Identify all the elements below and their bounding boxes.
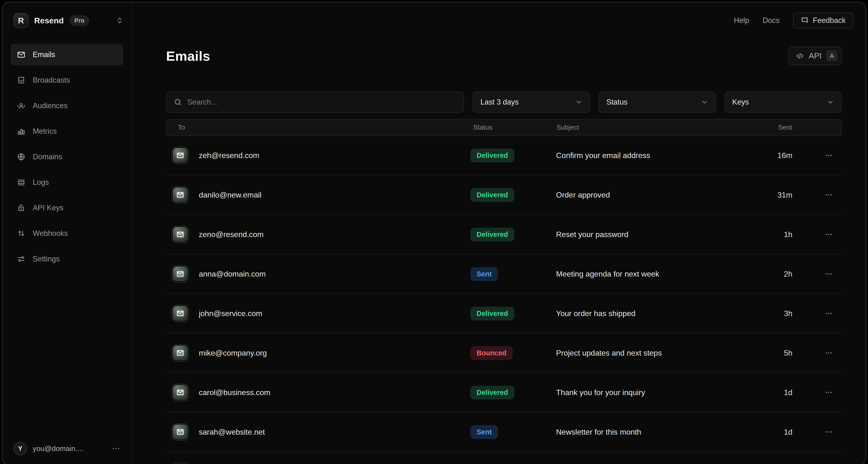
sidebar-item-emails[interactable]: Emails bbox=[10, 44, 123, 65]
email-avatar bbox=[173, 266, 188, 281]
sidebar-nav: Emails Broadcasts Audiences Metrics Doma… bbox=[10, 44, 123, 270]
status-badge: Delivered bbox=[470, 386, 515, 400]
column-header-to: To bbox=[166, 124, 471, 131]
column-header-status: Status bbox=[471, 124, 557, 131]
date-range-value: Last 3 days bbox=[480, 98, 519, 107]
sidebar-item-logs[interactable]: Logs bbox=[10, 172, 123, 193]
status-filter[interactable]: Status bbox=[599, 91, 716, 113]
feedback-bubble-icon bbox=[801, 17, 809, 24]
lock-icon bbox=[17, 204, 26, 212]
email-avatar bbox=[173, 187, 188, 202]
feedback-label: Feedback bbox=[813, 16, 846, 25]
table-row[interactable]: zeh@resend.com Delivered Confirm your em… bbox=[166, 136, 842, 175]
recipient-email: zeno@resend.com bbox=[199, 230, 264, 239]
sent-time: 31m bbox=[749, 191, 793, 200]
status-badge: Sent bbox=[470, 425, 498, 439]
sidebar-item-domains[interactable]: Domains bbox=[10, 146, 123, 168]
table-row[interactable]: mike@company.org Bounced Project updates… bbox=[166, 334, 842, 373]
avatar-initial: Y bbox=[18, 445, 22, 453]
logs-icon bbox=[17, 178, 26, 187]
envelope-icon bbox=[177, 231, 184, 238]
table-row[interactable]: danilo@new.email Delivered Order approve… bbox=[166, 175, 842, 215]
sidebar-item-broadcasts[interactable]: Broadcasts bbox=[10, 69, 123, 91]
help-link[interactable]: Help bbox=[734, 16, 749, 25]
api-button-label: API bbox=[809, 51, 822, 60]
ellipsis-icon[interactable] bbox=[112, 444, 120, 453]
row-ellipsis-icon[interactable] bbox=[824, 427, 834, 437]
sliders-icon bbox=[17, 255, 26, 263]
sidebar-item-label: Settings bbox=[33, 255, 60, 263]
table-row[interactable]: anna@domain.com Sent Meeting agenda for … bbox=[166, 254, 842, 294]
row-ellipsis-icon[interactable] bbox=[824, 388, 834, 397]
table-header: To Status Subject Sent bbox=[166, 119, 842, 136]
email-avatar bbox=[173, 345, 188, 360]
chevron-down-icon bbox=[575, 98, 582, 106]
workspace-switcher[interactable]: R Resend Pro bbox=[10, 13, 123, 28]
chevron-updown-icon[interactable] bbox=[116, 17, 123, 24]
sidebar-item-api-keys[interactable]: API Keys bbox=[10, 197, 123, 219]
email-subject: Newsletter for this month bbox=[556, 428, 749, 437]
sent-time: 1d bbox=[749, 428, 793, 437]
metrics-icon bbox=[17, 127, 26, 136]
search-box bbox=[166, 91, 464, 113]
recipient-email: mike@company.org bbox=[199, 349, 267, 357]
sidebar-item-label: Logs bbox=[33, 178, 49, 187]
keys-filter[interactable]: Keys bbox=[724, 91, 842, 113]
avatar: Y bbox=[13, 442, 27, 455]
date-range-filter[interactable]: Last 3 days bbox=[473, 91, 590, 113]
sidebar-item-label: Webhooks bbox=[33, 229, 68, 238]
api-button[interactable]: API A bbox=[788, 47, 842, 65]
email-subject: Project updates and next steps bbox=[556, 349, 749, 357]
email-avatar bbox=[173, 148, 188, 163]
status-badge: Sent bbox=[470, 267, 498, 281]
audiences-icon bbox=[17, 102, 26, 110]
search-input[interactable] bbox=[187, 98, 456, 107]
email-avatar bbox=[173, 306, 188, 321]
table-row[interactable]: john@service.com Delivered Your order ha… bbox=[166, 294, 842, 334]
email-avatar bbox=[173, 227, 188, 242]
column-header-sent: Sent bbox=[749, 124, 792, 131]
email-table-body: zeh@resend.com Delivered Confirm your em… bbox=[166, 136, 842, 464]
sidebar-item-settings[interactable]: Settings bbox=[10, 248, 123, 270]
user-account-row[interactable]: Y you@domain.... bbox=[10, 442, 123, 455]
status-badge: Delivered bbox=[470, 307, 515, 320]
docs-link[interactable]: Docs bbox=[763, 16, 780, 25]
envelope-icon bbox=[177, 388, 184, 396]
envelope-icon bbox=[177, 270, 184, 278]
row-ellipsis-icon[interactable] bbox=[824, 151, 834, 160]
envelope-icon bbox=[17, 50, 26, 59]
chevron-down-icon bbox=[827, 98, 834, 106]
feedback-button[interactable]: Feedback bbox=[793, 12, 853, 28]
status-badge: Delivered bbox=[470, 149, 515, 163]
email-avatar bbox=[173, 425, 188, 439]
keys-filter-value: Keys bbox=[732, 98, 749, 107]
status-badge: Delivered bbox=[470, 228, 515, 241]
table-row[interactable]: sarah@website.net Sent Newsletter for th… bbox=[166, 412, 842, 452]
filters-row: Last 3 days Status Keys bbox=[166, 91, 842, 113]
row-ellipsis-icon[interactable] bbox=[824, 190, 834, 200]
sidebar-item-label: Emails bbox=[33, 50, 55, 59]
recipient-email: zeh@resend.com bbox=[199, 151, 259, 160]
table-row[interactable]: zeno@resend.com Delivered Reset your pas… bbox=[166, 215, 842, 254]
status-filter-value: Status bbox=[606, 98, 627, 107]
table-row[interactable]: carol@business.com Delivered Thank you f… bbox=[166, 373, 842, 412]
sidebar-item-audiences[interactable]: Audiences bbox=[10, 95, 123, 117]
row-ellipsis-icon[interactable] bbox=[824, 269, 834, 279]
column-header-subject: Subject bbox=[557, 124, 749, 131]
sidebar-item-metrics[interactable]: Metrics bbox=[10, 120, 123, 142]
app-window: R Resend Pro Emails Broadcasts Audiences… bbox=[2, 2, 866, 464]
sidebar-item-webhooks[interactable]: Webhooks bbox=[10, 223, 123, 244]
row-ellipsis-icon[interactable] bbox=[824, 230, 834, 239]
email-subject: Order approved bbox=[556, 191, 749, 200]
status-badge: Bounced bbox=[470, 346, 513, 360]
row-ellipsis-icon[interactable] bbox=[824, 348, 834, 358]
sidebar-item-label: API Keys bbox=[33, 204, 64, 212]
brand-name: Resend bbox=[34, 16, 64, 25]
table-row[interactable]: Delivered bbox=[166, 452, 842, 464]
plan-badge: Pro bbox=[69, 15, 89, 26]
recipient-email: john@service.com bbox=[199, 309, 262, 318]
recipient-email: sarah@website.net bbox=[199, 428, 265, 437]
sent-time: 1h bbox=[749, 230, 793, 239]
envelope-icon bbox=[177, 151, 184, 159]
row-ellipsis-icon[interactable] bbox=[824, 309, 834, 318]
